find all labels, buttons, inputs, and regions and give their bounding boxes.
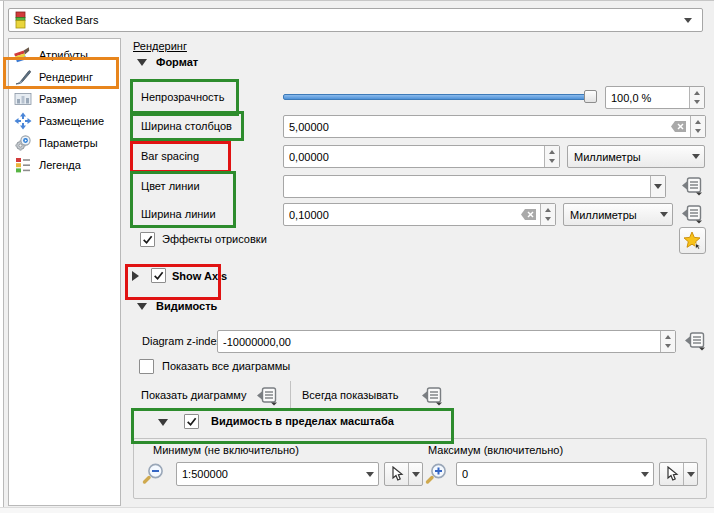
zoom-in-icon bbox=[425, 462, 448, 487]
effects-customize-button[interactable] bbox=[679, 227, 706, 254]
maximum-set-to-canvas-button[interactable] bbox=[659, 462, 698, 486]
scale-visibility-label[interactable]: Видимость в пределах масштаба bbox=[211, 415, 394, 427]
minimum-scale-value[interactable] bbox=[177, 468, 362, 480]
chevron-down-icon[interactable] bbox=[637, 472, 653, 477]
bar-width-spinbox[interactable] bbox=[283, 115, 706, 138]
clear-field-icon[interactable] bbox=[671, 121, 686, 132]
show-all-diagrams-checkbox[interactable] bbox=[139, 359, 154, 374]
data-defined-override-icon bbox=[684, 331, 708, 351]
divider bbox=[290, 381, 291, 408]
map-cursor-icon bbox=[385, 463, 408, 485]
line-width-label: Ширина линии bbox=[141, 208, 216, 220]
sidebar-item-label: Легенда bbox=[39, 159, 81, 171]
opacity-spinbox[interactable] bbox=[605, 86, 705, 109]
effects-label: Эффекты отрисовки bbox=[162, 233, 267, 245]
minimum-scale-label: Минимум (не включительно) bbox=[153, 444, 299, 456]
diagram-type-selector[interactable]: Stacked Bars bbox=[8, 8, 703, 32]
opacity-slider[interactable] bbox=[283, 94, 595, 100]
line-width-spinbox[interactable] bbox=[283, 203, 556, 226]
zindex-data-defined-button[interactable] bbox=[683, 330, 709, 352]
map-cursor-icon bbox=[660, 463, 683, 485]
settings-sidebar: Атрибуты Рендеринг Размер bbox=[8, 38, 121, 506]
collapse-visibility-icon[interactable] bbox=[137, 303, 147, 310]
line-color-data-defined-button[interactable] bbox=[680, 175, 706, 197]
always-show-data-defined-button[interactable] bbox=[420, 385, 446, 407]
chevron-down-icon bbox=[656, 212, 672, 217]
chevron-down-icon[interactable] bbox=[362, 472, 378, 477]
sidebar-item-legend[interactable]: Легенда bbox=[9, 154, 120, 176]
size-icon bbox=[14, 90, 32, 108]
line-width-unit-combo[interactable]: Миллиметры bbox=[563, 203, 673, 226]
show-all-diagrams-label: Показать все диаграммы bbox=[162, 360, 290, 372]
show-diagram-data-defined-button[interactable] bbox=[255, 385, 281, 407]
opacity-slider-handle[interactable] bbox=[584, 90, 597, 103]
bar-width-value[interactable] bbox=[284, 121, 671, 133]
opacity-label: Непрозрачность bbox=[141, 91, 224, 103]
minimum-scale-combo[interactable] bbox=[176, 462, 379, 486]
chevron-down-icon[interactable] bbox=[650, 176, 665, 197]
collapse-format-icon[interactable] bbox=[137, 59, 147, 66]
chevron-down-icon bbox=[688, 154, 704, 159]
data-defined-override-icon bbox=[256, 386, 280, 406]
line-width-value[interactable] bbox=[284, 209, 521, 221]
sidebar-item-label: Параметры bbox=[39, 137, 98, 149]
spin-arrows[interactable] bbox=[544, 146, 559, 167]
bar-spacing-label: Bar spacing bbox=[141, 150, 199, 162]
data-defined-override-icon bbox=[681, 204, 705, 224]
stacked-bars-icon bbox=[15, 11, 27, 29]
chevron-down-icon[interactable] bbox=[408, 463, 422, 485]
panel-left-edge bbox=[0, 1, 4, 513]
effects-checkbox[interactable] bbox=[140, 232, 155, 247]
sidebar-item-attributes[interactable]: Атрибуты bbox=[9, 44, 120, 66]
sidebar-item-size[interactable]: Размер bbox=[9, 88, 120, 110]
sidebar-item-rendering[interactable]: Рендеринг bbox=[9, 66, 120, 88]
render-icon bbox=[14, 68, 32, 86]
show-diagram-label: Показать диаграмму bbox=[141, 389, 247, 401]
expand-show-axis-icon[interactable] bbox=[132, 271, 139, 281]
sidebar-item-placement[interactable]: Размещение bbox=[9, 110, 120, 132]
bar-spacing-spinbox[interactable] bbox=[283, 145, 560, 168]
scale-visibility-checkbox[interactable] bbox=[184, 414, 199, 429]
options-icon bbox=[14, 134, 32, 152]
chevron-down-icon bbox=[680, 18, 696, 23]
clear-field-icon[interactable] bbox=[521, 209, 536, 220]
bar-width-label: Ширина столбцов bbox=[141, 120, 232, 132]
opacity-value[interactable] bbox=[606, 92, 689, 104]
zindex-value[interactable] bbox=[218, 336, 660, 348]
collapse-scale-visibility-icon[interactable] bbox=[158, 419, 168, 426]
spin-arrows[interactable] bbox=[540, 204, 555, 225]
bar-spacing-unit-value: Миллиметры bbox=[568, 151, 688, 163]
scale-range-groupbox: Минимум (не включительно) Максимум (вклю… bbox=[133, 438, 707, 499]
spin-arrows[interactable] bbox=[660, 331, 675, 352]
line-width-data-defined-button[interactable] bbox=[680, 203, 706, 225]
sidebar-item-options[interactable]: Параметры bbox=[9, 132, 120, 154]
diagram-properties-panel: Stacked Bars Атрибуты Рендеринг bbox=[0, 0, 714, 513]
line-color-picker[interactable] bbox=[283, 175, 666, 198]
bar-spacing-value[interactable] bbox=[284, 151, 544, 163]
sidebar-item-label: Размещение bbox=[39, 115, 104, 127]
spin-arrows[interactable] bbox=[689, 87, 704, 108]
bar-spacing-unit-combo[interactable]: Миллиметры bbox=[567, 145, 705, 168]
diagram-type-label: Stacked Bars bbox=[27, 14, 680, 26]
panel-bottom-edge bbox=[0, 507, 714, 513]
zoom-out-icon bbox=[142, 462, 165, 487]
data-defined-override-icon bbox=[421, 386, 445, 406]
maximum-scale-combo[interactable] bbox=[456, 462, 654, 486]
star-icon bbox=[683, 231, 702, 250]
show-axis-checkbox[interactable] bbox=[151, 268, 166, 283]
show-axis-label[interactable]: Show Axis bbox=[172, 270, 227, 282]
line-width-unit-value: Миллиметры bbox=[564, 209, 656, 221]
maximum-scale-value[interactable] bbox=[457, 468, 637, 480]
chevron-down-icon[interactable] bbox=[683, 463, 697, 485]
checkmark-icon bbox=[142, 234, 153, 245]
spin-arrows[interactable] bbox=[690, 116, 705, 137]
checkmark-icon bbox=[186, 416, 197, 427]
section-header-visibility[interactable]: Видимость bbox=[156, 300, 217, 312]
checkmark-icon bbox=[153, 270, 164, 281]
always-show-label: Всегда показывать bbox=[302, 389, 399, 401]
sidebar-item-label: Размер bbox=[39, 93, 77, 105]
minimum-set-to-canvas-button[interactable] bbox=[384, 462, 423, 486]
section-header-format[interactable]: Формат bbox=[156, 56, 198, 68]
zindex-spinbox[interactable] bbox=[217, 330, 676, 353]
line-color-label: Цвет линии bbox=[141, 180, 200, 192]
